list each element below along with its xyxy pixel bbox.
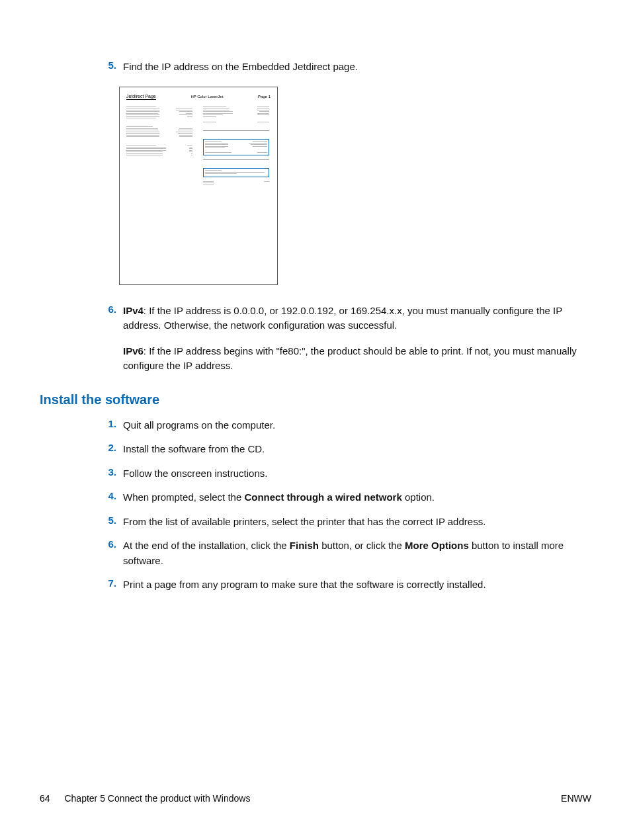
step-text: IPv4: If the IP address is 0.0.0.0, or 1… [123, 304, 591, 374]
step-text: Print a page from any program to make su… [123, 577, 591, 593]
step-text: At the end of the installation, click th… [123, 538, 591, 568]
footer-chapter: Chapter 5 Connect the product with Windo… [64, 793, 250, 804]
step-number: 7. [91, 577, 116, 593]
step-number: 6. [91, 538, 116, 568]
footer-page-number: 64 [40, 793, 50, 804]
step6-pre: At the end of the installation, click th… [123, 540, 290, 551]
step4-pre: When prompted, select the [123, 491, 244, 503]
install-step-6: 6. At the end of the installation, click… [91, 538, 591, 568]
step6-mid: button, or click the [319, 540, 405, 551]
install-step-2: 2. Install the software from the CD. [91, 442, 591, 457]
page-footer: 64 Chapter 5 Connect the product with Wi… [40, 793, 591, 804]
install-step-4: 4. When prompted, select the Connect thr… [91, 490, 591, 505]
diagram-columns [126, 106, 271, 193]
install-step-1: 1. Quit all programs on the computer. [91, 418, 591, 433]
ipv6-label: IPv6 [123, 345, 144, 357]
document-page: 5. Find the IP address on the Embedded J… [0, 0, 631, 840]
diagram-right-col [203, 106, 269, 193]
step-6: 6. IPv4: If the IP address is 0.0.0.0, o… [91, 304, 591, 374]
ipv6-text: : If the IP address begins with "fe80:",… [123, 345, 577, 372]
step-number: 5. [91, 515, 116, 530]
jetdirect-diagram: Jetdirect Page HP Color LaserJet Page 1 [119, 87, 278, 285]
ipv4-label: IPv4 [123, 305, 144, 316]
step4-bold: Connect through a wired network [244, 491, 401, 503]
diagram-page-label: Page 1 [258, 95, 271, 99]
step-text: Find the IP address on the Embedded Jetd… [123, 60, 591, 75]
step6-bold1: Finish [290, 540, 319, 551]
diagram-product: HP Color LaserJet [190, 95, 223, 99]
diagram-header: Jetdirect Page HP Color LaserJet Page 1 [126, 94, 271, 100]
step-number: 2. [91, 442, 116, 457]
jetdirect-diagram-wrap: Jetdirect Page HP Color LaserJet Page 1 [119, 87, 591, 285]
step-number: 4. [91, 490, 116, 505]
top-ordered-list-cont: 6. IPv4: If the IP address is 0.0.0.0, o… [91, 304, 591, 374]
install-step-7: 7. Print a page from any program to make… [91, 577, 591, 593]
install-step-3: 3. Follow the onscreen instructions. [91, 466, 591, 482]
step-number: 5. [91, 60, 116, 75]
footer-right: ENWW [561, 793, 591, 804]
diagram-ipv4-box [203, 139, 269, 155]
install-step-5: 5. From the list of available printers, … [91, 515, 591, 530]
step-text: When prompted, select the Connect throug… [123, 490, 591, 505]
step-text: Install the software from the CD. [123, 442, 591, 457]
top-ordered-list: 5. Find the IP address on the Embedded J… [91, 60, 591, 75]
diagram-title: Jetdirect Page [126, 94, 156, 100]
step-5: 5. Find the IP address on the Embedded J… [91, 60, 591, 75]
step-number: 3. [91, 466, 116, 482]
footer-left: 64 Chapter 5 Connect the product with Wi… [40, 793, 250, 804]
step-number: 1. [91, 418, 116, 433]
step-text: From the list of available printers, sel… [123, 515, 591, 530]
diagram-ipv6-box [203, 168, 269, 177]
step-text: Quit all programs on the computer. [123, 418, 591, 433]
ipv4-text: : If the IP address is 0.0.0.0, or 192.0… [123, 305, 562, 331]
section-heading: Install the software [40, 392, 591, 407]
step6-bold2: More Options [405, 540, 469, 551]
step-text: Follow the onscreen instructions. [123, 466, 591, 482]
diagram-left-col [126, 106, 192, 193]
step4-post: option. [402, 491, 435, 503]
step-number: 6. [91, 304, 116, 374]
install-ordered-list: 1. Quit all programs on the computer. 2.… [91, 418, 591, 593]
